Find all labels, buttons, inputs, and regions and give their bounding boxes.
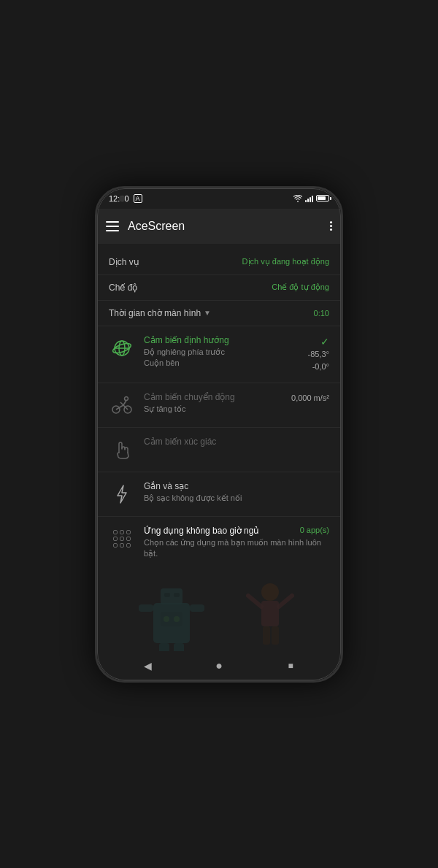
app-bar: AceScreen <box>97 209 341 244</box>
svg-point-24 <box>174 616 180 622</box>
timeout-row[interactable]: Thời gian chờ màn hình ▼ 0:10 <box>97 301 341 326</box>
motion-sensor-values: 0,000 m/s² <box>291 392 329 405</box>
recent-button[interactable]: ■ <box>279 654 302 677</box>
back-button[interactable]: ◀ <box>136 654 159 677</box>
svg-rect-2 <box>106 230 119 231</box>
app-title: AceScreen <box>128 220 330 233</box>
timeout-value: 0:10 <box>314 309 329 318</box>
camera-dot <box>119 196 125 201</box>
svg-line-27 <box>248 596 261 607</box>
motion-sensor-row[interactable]: Cảm biến chuyển động Sự tăng tốc 0,000 m… <box>97 383 341 428</box>
status-accessibility: A <box>134 194 142 203</box>
phone-frame: 12:00 A <box>95 186 343 683</box>
touch-sensor-info: Cảm biến xúc giác <box>144 437 329 448</box>
orientation-check: ✓ <box>320 336 329 347</box>
touch-sensor-icon <box>109 437 135 463</box>
motion-sensor-subtitle: Sự tăng tốc <box>144 404 283 415</box>
orientation-sensor-row[interactable]: Cảm biến định hướng Độ nghiêng phía trướ… <box>97 326 341 383</box>
charging-title: Gắn và sạc <box>144 481 329 491</box>
charging-row[interactable]: Gắn và sạc Bộ sạc không được kết nối <box>97 472 341 517</box>
svg-rect-26 <box>261 601 279 626</box>
svg-rect-19 <box>190 604 204 612</box>
touch-sensor-title: Cảm biến xúc giác <box>144 437 329 447</box>
orientation-sensor-title: Cảm biến định hướng <box>144 335 299 345</box>
side-button <box>341 334 343 364</box>
svg-point-7 <box>125 396 128 400</box>
menu-icon[interactable] <box>106 221 119 231</box>
timeout-arrow: ▼ <box>204 309 211 317</box>
screen: 12:00 A <box>97 188 341 680</box>
illustration-area <box>97 574 341 650</box>
battery-icon <box>316 195 329 201</box>
charging-icon <box>109 481 135 507</box>
apps-count: 0 app(s) <box>300 526 329 534</box>
mode-row[interactable]: Chế độ Chế độ tự động <box>97 275 341 301</box>
apps-grid-icon <box>109 526 135 552</box>
mode-value: Chế độ tự động <box>272 283 329 292</box>
wifi-icon <box>293 195 302 202</box>
orientation-sensor-values: ✓ -85,3° -0,0° <box>308 335 329 374</box>
status-icons <box>293 195 329 202</box>
apps-never-sleep-row[interactable]: Ứng dụng không bao giờ ngủ Chọn các ứng … <box>97 517 341 569</box>
svg-rect-16 <box>164 593 170 597</box>
orientation-val-2: -0,0° <box>308 361 329 374</box>
touch-sensor-row[interactable]: Cảm biến xúc giác <box>97 428 341 472</box>
svg-rect-29 <box>263 626 270 645</box>
orientation-sensor-icon <box>109 335 135 361</box>
motion-sensor-info: Cảm biến chuyển động Sự tăng tốc <box>144 392 283 415</box>
service-value: Dịch vụ đang hoạt động <box>242 257 329 266</box>
svg-rect-1 <box>106 226 119 227</box>
signal-icon <box>305 195 313 202</box>
motion-sensor-title: Cảm biến chuyển động <box>144 392 283 402</box>
mode-label: Chế độ <box>109 283 137 293</box>
svg-rect-18 <box>139 604 153 612</box>
more-menu-icon[interactable] <box>330 221 332 231</box>
orientation-sensor-subtitle: Độ nghiêng phía trướcCuộn bên <box>144 347 299 369</box>
svg-point-25 <box>261 583 279 601</box>
status-bar: 12:00 A <box>97 188 341 209</box>
content-area: Dịch vụ Dịch vụ đang hoạt động Chế độ Ch… <box>97 244 341 651</box>
svg-line-13 <box>120 402 123 405</box>
svg-rect-30 <box>272 626 279 645</box>
svg-point-23 <box>164 616 169 622</box>
nav-bar: ◀ ● ■ <box>97 651 341 680</box>
svg-rect-17 <box>174 593 180 597</box>
svg-line-10 <box>123 400 126 405</box>
svg-line-28 <box>279 596 292 607</box>
motion-sensor-icon <box>109 392 135 418</box>
svg-rect-21 <box>174 643 184 650</box>
home-button[interactable]: ● <box>207 654 231 677</box>
motion-val-1: 0,000 m/s² <box>291 392 329 405</box>
service-label: Dịch vụ <box>109 257 139 267</box>
timeout-label: Thời gian chờ màn hình ▼ <box>109 308 211 318</box>
charging-info: Gắn và sạc Bộ sạc không được kết nối <box>144 481 329 504</box>
svg-rect-0 <box>106 221 119 223</box>
svg-rect-20 <box>159 643 169 650</box>
apps-subtitle: Chọn các ứng dụng mà bạn muốn màn hình l… <box>144 537 329 560</box>
orientation-sensor-info: Cảm biến định hướng Độ nghiêng phía trướ… <box>144 335 299 369</box>
charging-subtitle: Bộ sạc không được kết nối <box>144 493 329 504</box>
orientation-val-1: -85,3° <box>308 348 329 361</box>
service-row[interactable]: Dịch vụ Dịch vụ đang hoạt động <box>97 250 341 275</box>
